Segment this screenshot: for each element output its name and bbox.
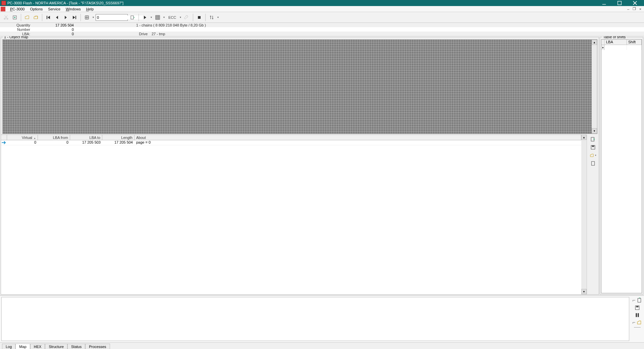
- toolbar: ▾ ▾ ▾ ECC ▾ ▾: [0, 12, 644, 23]
- nav-first-button[interactable]: [44, 13, 52, 21]
- tool-open-multi-icon[interactable]: [32, 13, 40, 21]
- drive-label: Drive: [134, 32, 150, 36]
- svg-rect-18: [198, 16, 201, 19]
- drive-value: 27 - tmp: [150, 32, 165, 36]
- stop-button[interactable]: [195, 13, 203, 21]
- number-label: Number: [0, 28, 32, 32]
- menu-options[interactable]: Options: [27, 7, 45, 11]
- tab-structure[interactable]: Structure: [45, 344, 67, 349]
- app-icon: [1, 1, 6, 5]
- cell-virtual: 0: [7, 140, 38, 145]
- col-length[interactable]: Length: [102, 135, 135, 140]
- tab-log[interactable]: Log: [2, 344, 15, 349]
- object-map-group: 1 - Object map ▲ ▼: [1, 37, 599, 135]
- mdi-close-button[interactable]: ×: [637, 6, 643, 12]
- cell-lba-to: 17 205 503: [70, 140, 102, 145]
- nav-next-button[interactable]: [62, 13, 70, 21]
- col-lba-from[interactable]: LBA from: [38, 135, 70, 140]
- shifts-empty-row: ▸: [601, 45, 642, 50]
- window-close-button[interactable]: [627, 0, 643, 6]
- info-panel: Quantity17 205 504 Number0 LBA:0 1 - cha…: [0, 23, 644, 36]
- col-virtual[interactable]: Virtual: [7, 135, 38, 140]
- svg-rect-28: [638, 313, 639, 317]
- log-pane: ⌐ ⌐: [0, 295, 644, 342]
- svg-rect-13: [156, 15, 160, 19]
- position-input-wrapper[interactable]: [96, 14, 128, 21]
- tab-map[interactable]: Map: [15, 344, 30, 349]
- object-map-canvas[interactable]: [3, 40, 592, 134]
- tool-matrix-icon[interactable]: [154, 13, 162, 21]
- nav-prev-button[interactable]: [53, 13, 61, 21]
- lba-value: 0: [32, 32, 76, 36]
- tool-open-icon[interactable]: [23, 13, 31, 21]
- svg-rect-10: [47, 16, 47, 19]
- play-dropdown[interactable]: ▾: [150, 16, 153, 19]
- tab-processes[interactable]: Processes: [85, 344, 110, 349]
- shifts-col-lba[interactable]: LBA: [605, 40, 627, 45]
- tool-save-icon[interactable]: [589, 144, 597, 151]
- tool-sort-dropdown[interactable]: ▾: [216, 16, 220, 19]
- tool-cut-icon: [2, 13, 10, 21]
- window-minimize-button[interactable]: [596, 0, 612, 6]
- tab-hex[interactable]: HEX: [30, 344, 45, 349]
- log-pause-icon[interactable]: [634, 312, 640, 318]
- shifts-title: Table of shifts: [602, 36, 627, 39]
- ecc-label: ECC: [166, 15, 178, 19]
- svg-rect-23: [638, 298, 641, 302]
- ecc-dropdown[interactable]: ▾: [179, 16, 182, 19]
- tool-goto-icon[interactable]: [589, 136, 597, 143]
- svg-point-9: [14, 17, 15, 18]
- tool-grid-dropdown[interactable]: ▾: [92, 16, 95, 19]
- log-tools: ⌐ ⌐: [631, 296, 644, 342]
- bottom-tabs: Log Map HEX Structure Status Processes: [0, 342, 644, 349]
- tool-folder-icon[interactable]: ▾: [589, 152, 597, 159]
- tool-matrix-dropdown[interactable]: ▾: [162, 16, 166, 19]
- menu-service[interactable]: Service: [45, 7, 63, 11]
- table-tools: ▾: [587, 135, 599, 294]
- table-row[interactable]: 0 0 17 205 503 17 205 504 page = 0: [1, 140, 581, 145]
- tab-status[interactable]: Status: [67, 344, 85, 349]
- lba-label: LBA:: [0, 32, 32, 36]
- play-button[interactable]: [141, 13, 149, 21]
- log-add-icon[interactable]: [636, 298, 642, 303]
- tool-grid-icon[interactable]: [83, 13, 91, 21]
- tool-page-icon[interactable]: [589, 160, 597, 167]
- nav-last-button[interactable]: [70, 13, 78, 21]
- menu-pc3000[interactable]: PC-3000: [7, 7, 27, 11]
- table-scrollbar[interactable]: ▲ ▼: [581, 135, 587, 294]
- table-scroll-up[interactable]: ▲: [581, 135, 587, 140]
- tool-export-icon[interactable]: [128, 13, 137, 21]
- scroll-down-button[interactable]: ▼: [592, 128, 597, 134]
- log-save-icon[interactable]: [634, 305, 640, 310]
- col-about[interactable]: About: [135, 135, 581, 140]
- chains-table: Virtual LBA from LBA to Length About 0 0…: [1, 135, 599, 294]
- cell-lba-from: 0: [38, 140, 70, 145]
- svg-rect-19: [591, 137, 594, 141]
- menubar: PC-3000 Options Service Windows Help – ❐…: [0, 6, 644, 12]
- number-value: 0: [32, 28, 76, 32]
- mdi-restore-button[interactable]: ❐: [631, 6, 637, 12]
- tool-sort-icon[interactable]: [208, 13, 216, 21]
- object-map-title: 1 - Object map: [3, 36, 29, 39]
- tool-status-icon[interactable]: [11, 13, 19, 21]
- menu-help[interactable]: Help: [84, 7, 97, 11]
- scroll-up-button[interactable]: ▲: [592, 40, 597, 45]
- svg-rect-12: [131, 16, 133, 19]
- col-lba-to[interactable]: LBA to: [70, 135, 102, 140]
- tool-wrench-icon: [183, 13, 191, 21]
- window-titlebar: PC-3000 Flash - NORTH AMERICA - [Task - …: [0, 0, 644, 6]
- row-indicator-icon: ▸: [601, 45, 605, 50]
- mdi-minimize-button[interactable]: –: [625, 6, 631, 12]
- svg-rect-1: [618, 1, 622, 5]
- svg-rect-26: [636, 306, 639, 307]
- menu-windows[interactable]: Windows: [63, 7, 84, 11]
- window-maximize-button[interactable]: [612, 0, 627, 6]
- log-open-icon[interactable]: [636, 320, 642, 325]
- cell-about: page = 0: [135, 140, 581, 145]
- table-scroll-down[interactable]: ▼: [581, 289, 587, 294]
- log-body[interactable]: [1, 297, 629, 341]
- object-map-scrollbar[interactable]: ▲ ▼: [592, 40, 597, 134]
- svg-rect-22: [591, 161, 594, 165]
- svg-rect-27: [636, 313, 637, 317]
- shifts-col-shift[interactable]: Shift: [627, 40, 642, 45]
